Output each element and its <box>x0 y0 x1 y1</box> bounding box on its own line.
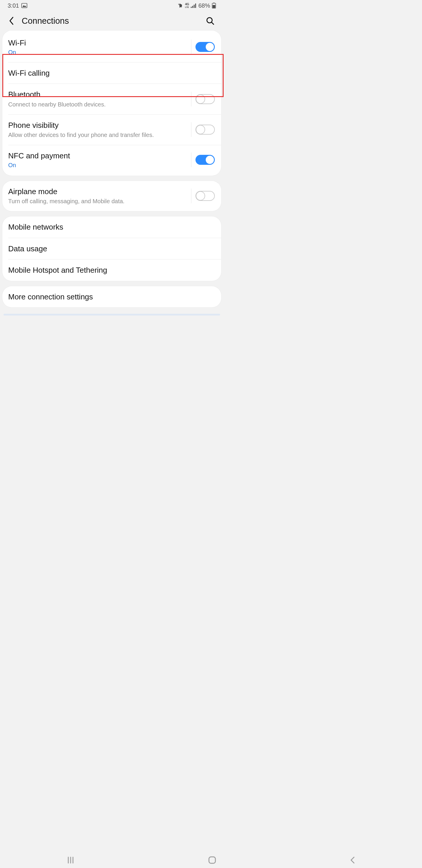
item-status: On <box>8 49 186 56</box>
item-title: Mobile networks <box>8 222 211 232</box>
vertical-divider <box>191 122 191 137</box>
status-time: 3:01 <box>8 2 19 9</box>
svg-rect-7 <box>213 3 215 3</box>
item-status: On <box>8 162 186 168</box>
battery-percent: 68% <box>198 2 210 9</box>
item-description: Connect to nearby Bluetooth devices. <box>8 101 186 108</box>
svg-marker-1 <box>22 5 26 7</box>
wifi-toggle[interactable] <box>195 42 215 52</box>
vibrate-icon <box>177 3 183 8</box>
svg-line-10 <box>212 22 214 24</box>
item-title: Airplane mode <box>8 187 186 196</box>
network-type-icon: 4GLTE <box>185 3 189 8</box>
item-title: NFC and payment <box>8 151 186 161</box>
back-button[interactable] <box>6 17 17 25</box>
search-button[interactable] <box>204 17 216 25</box>
search-icon <box>206 17 215 25</box>
page-title: Connections <box>22 16 204 26</box>
airplane-toggle[interactable] <box>195 191 215 201</box>
vertical-divider <box>191 39 191 54</box>
item-phone-visibility[interactable]: Phone visibility Allow other devices to … <box>2 115 221 145</box>
item-description: Turn off calling, messaging, and Mobile … <box>8 197 186 205</box>
card-mobile: Mobile networks Data usage Mobile Hotspo… <box>2 216 221 281</box>
app-bar: Connections <box>0 11 224 31</box>
signal-icon <box>191 3 197 8</box>
item-wifi-calling[interactable]: Wi-Fi calling <box>2 62 221 84</box>
card-airplane: Airplane mode Turn off calling, messagin… <box>2 181 221 211</box>
item-airplane-mode[interactable]: Airplane mode Turn off calling, messagin… <box>2 181 221 211</box>
nfc-toggle[interactable] <box>195 155 215 165</box>
item-bluetooth[interactable]: Bluetooth Connect to nearby Bluetooth de… <box>2 84 221 114</box>
item-title: Wi-Fi <box>8 38 186 48</box>
item-title: Data usage <box>8 244 211 254</box>
picture-icon <box>22 3 27 8</box>
chevron-left-icon <box>9 17 14 25</box>
item-hotspot[interactable]: Mobile Hotspot and Tethering <box>2 259 221 281</box>
status-bar: 3:01 4GLTE 68% <box>0 0 224 11</box>
card-connections-main: Wi-Fi On Wi-Fi calling Bluetooth Connect… <box>2 31 221 176</box>
battery-icon <box>212 3 216 8</box>
item-title: Bluetooth <box>8 90 186 99</box>
item-title: Mobile Hotspot and Tethering <box>8 266 211 275</box>
svg-rect-8 <box>213 5 216 8</box>
svg-rect-4 <box>194 5 195 8</box>
phone-visibility-toggle[interactable] <box>195 125 215 134</box>
item-wifi[interactable]: Wi-Fi On <box>2 31 221 62</box>
bluetooth-toggle[interactable] <box>195 94 215 104</box>
main-content: Wi-Fi On Wi-Fi calling Bluetooth Connect… <box>0 31 224 315</box>
svg-rect-5 <box>195 3 196 8</box>
svg-rect-2 <box>191 7 192 8</box>
item-nfc[interactable]: NFC and payment On <box>2 145 221 176</box>
item-description: Allow other devices to find your phone a… <box>8 131 186 139</box>
item-data-usage[interactable]: Data usage <box>2 238 221 259</box>
vertical-divider <box>191 92 191 106</box>
vertical-divider <box>191 153 191 167</box>
item-title: Wi-Fi calling <box>8 68 211 78</box>
scroll-edge-indicator <box>3 314 220 315</box>
card-more: More connection settings <box>2 286 221 308</box>
svg-rect-3 <box>192 6 193 8</box>
item-title: More connection settings <box>8 292 211 302</box>
item-mobile-networks[interactable]: Mobile networks <box>2 216 221 238</box>
svg-rect-0 <box>22 3 27 8</box>
status-right: 4GLTE 68% <box>177 2 216 9</box>
item-more-connection-settings[interactable]: More connection settings <box>2 286 221 308</box>
vertical-divider <box>191 189 191 203</box>
status-left: 3:01 <box>8 2 27 9</box>
item-title: Phone visibility <box>8 121 186 130</box>
